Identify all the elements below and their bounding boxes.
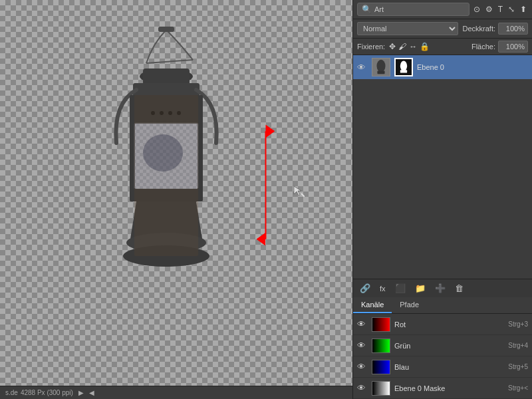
opacity-value[interactable]: 100% [498,23,528,35]
transform-icon[interactable]: ⤡ [507,3,516,15]
svg-marker-23 [294,186,301,196]
svg-rect-1 [158,27,174,32]
settings-icon[interactable]: ⚙ [484,3,494,15]
channel-rot-visibility[interactable]: 👁 [357,319,368,329]
status-dimensions: 4288 Px (300 ppi) [21,389,73,396]
channel-blau-thumb [372,360,390,374]
fill-value[interactable]: 100% [498,41,528,53]
channel-rot-thumb [372,317,390,332]
svg-line-24 [301,194,305,197]
blend-row: Normal Deckkraft: 100% [353,19,532,39]
channel-mask[interactable]: 👁 Ebene 0 Maske Strg+< [353,378,532,399]
svg-rect-4 [133,83,200,96]
add-layer-icon[interactable]: ➕ [432,282,448,295]
svg-rect-30 [377,71,384,74]
svg-rect-33 [400,70,407,72]
channel-gruen-name: Grün [394,342,504,350]
fix-lock-icon[interactable]: 🔒 [420,42,430,51]
fix-brush-icon[interactable]: 🖌 [398,42,406,51]
text-icon[interactable]: T [497,3,504,15]
link-icon[interactable]: 🔗 [357,282,373,295]
canvas-area: s.de 4288 Px (300 ppi) ▶ ◀ [0,0,352,399]
status-info: s.de [5,389,18,396]
fix-icons: ✥ 🖌 ↔ 🔒 [389,42,430,51]
channel-rot[interactable]: 👁 Rot Strg+3 [353,314,532,335]
svg-point-32 [400,61,407,71]
fix-move-icon[interactable]: ✥ [389,42,396,51]
channel-blau-visibility[interactable]: 👁 [357,362,368,372]
layer-name: Ebene 0 [417,63,528,71]
channel-gruen-thumb [372,338,390,353]
tabs-row: Kanäle Pfade [353,297,532,314]
channel-rot-name: Rot [394,321,504,329]
search-input[interactable] [374,5,414,13]
share-icon[interactable]: ⬆ [519,3,528,15]
svg-point-29 [377,60,386,72]
channel-gruen[interactable]: 👁 Grün Strg+4 [353,335,532,356]
channel-blau-shortcut: Strg+5 [508,363,528,370]
channel-gruen-shortcut: Strg+4 [508,342,528,349]
layer-mask-thumbnail [394,58,413,76]
channel-gruen-visibility[interactable]: 👁 [357,340,368,350]
adjustment-icon[interactable]: ⬛ [392,282,408,295]
search-box[interactable]: 🔍 [357,3,469,16]
history-icon[interactable]: ⊙ [472,3,481,15]
blend-mode-select[interactable]: Normal [357,22,458,35]
channel-mask-name: Ebene 0 Maske [394,384,504,392]
fx-label[interactable]: fx [377,283,388,294]
svg-point-22 [143,134,183,172]
status-bar: s.de 4288 Px (300 ppi) ▶ ◀ [0,386,352,399]
cursor [293,185,305,197]
right-panel: 🔍 ⊙ ⚙ T ⤡ ⬆ Normal Deckkraft: 100% Fixi [352,0,532,399]
tab-pfade[interactable]: Pfade [392,297,427,313]
fix-transform-icon[interactable]: ↔ [409,42,417,51]
image-canvas[interactable] [20,7,313,386]
tab-kanale[interactable]: Kanäle [353,297,392,313]
channels-list: 👁 Rot Strg+3 👁 Grün Strg+4 👁 Blau Strg+5… [353,314,532,399]
channel-blau-name: Blau [394,363,504,371]
group-icon[interactable]: 📁 [412,282,428,295]
channel-mask-visibility[interactable]: 👁 [357,383,368,393]
layer-item[interactable]: 👁 Ebene 0 [353,55,532,79]
toolbar-icons: ⊙ ⚙ T ⤡ ⬆ [472,3,528,15]
channel-mask-thumb [372,381,390,396]
fix-label: Fixieren: [357,43,385,51]
channel-blau[interactable]: 👁 Blau Strg+5 [353,356,532,378]
delete-layer-icon[interactable]: 🗑 [452,282,466,295]
opacity-group: Deckkraft: 100% [462,23,528,35]
layers-list: 👁 Ebene 0 [353,55,532,279]
panel-toolbar: 🔍 ⊙ ⚙ T ⤡ ⬆ [353,0,532,19]
layer-toolbar: 🔗 fx ⬛ 📁 ➕ 🗑 [353,279,532,297]
fill-group: Fläche: 100% [471,41,528,53]
fix-row: Fixieren: ✥ 🖌 ↔ 🔒 Fläche: 100% [353,39,532,55]
svg-line-0 [146,60,193,63]
layer-visibility-icon[interactable]: 👁 [357,63,368,72]
layer-thumbnail [372,58,390,76]
fill-label: Fläche: [471,43,495,51]
channel-mask-shortcut: Strg+< [508,384,528,392]
svg-rect-3 [143,68,190,85]
channel-rot-shortcut: Strg+3 [508,321,528,328]
search-icon: 🔍 [362,5,372,14]
opacity-label: Deckkraft: [462,25,495,33]
